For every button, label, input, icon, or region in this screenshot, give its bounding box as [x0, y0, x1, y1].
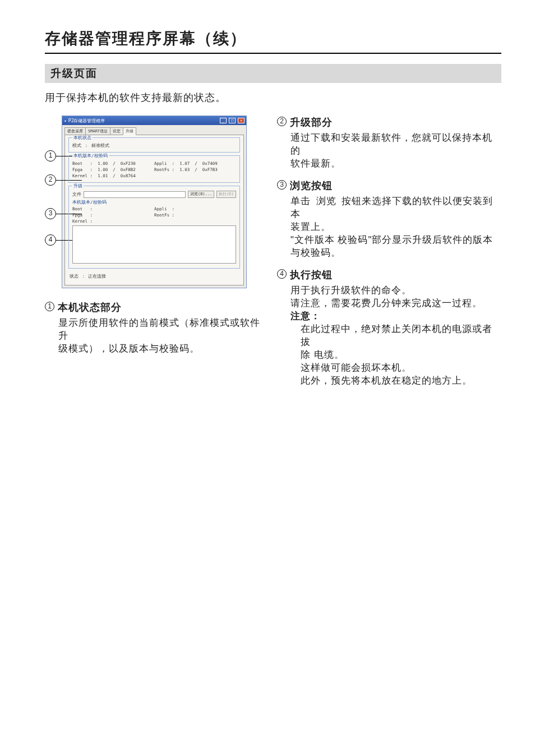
execute-button[interactable]: 执行(E) — [216, 191, 236, 198]
desc-line: 与校验码。 — [290, 247, 341, 257]
mode-value: 标准模式 — [91, 143, 109, 148]
note-label: 注意： — [290, 311, 321, 321]
status-line: 状态 ： 正在连接 — [68, 271, 240, 282]
callout-3: 3 — [45, 208, 56, 219]
section-heading: 升级页面 — [45, 64, 501, 83]
callout-1: 1 — [45, 150, 56, 162]
maximize-icon[interactable]: □ — [229, 118, 236, 123]
desc-1: 1 本机状态部分 显示所使用软件的当前模式（标准模式或软件升 级模式），以及版本… — [45, 301, 264, 355]
desc-2: 2 升级部分 通过下载和安装最新软件，您就可以保持本机的 软件最新。 — [277, 116, 501, 170]
note-line: 在此过程中，绝对禁止关闭本机的电源或者拔 — [290, 322, 501, 348]
filever-title: 本机版本/校验码 — [72, 200, 236, 205]
app-icon: ✦ — [64, 118, 67, 123]
group-title: 升级 — [72, 183, 84, 189]
group-title: 本机状态 — [72, 135, 93, 141]
minimize-icon[interactable]: _ — [220, 118, 227, 123]
desc-line: "文件版本 校验码"部分显示升级后软件的版本 — [290, 234, 493, 245]
desc-title: 浏览按钮 — [290, 179, 333, 192]
tab-panel: 本机状态 模式 ： 标准模式 本机版本/校验码 Boot : 1.00 / 0x… — [64, 135, 244, 285]
group-title: 本机版本/校验码 — [72, 153, 109, 159]
screenshot-with-callouts: 1 2 3 4 ✦ P2存储器管理程序 _ □ × 硬盘温度 — [45, 116, 264, 288]
desc-line: 用于执行升级软件的命令。 — [290, 285, 412, 295]
mode-label: 模式 ： — [72, 143, 89, 148]
note-line: 此外，预先将本机放在稳定的地方上。 — [290, 374, 501, 387]
desc-title: 本机状态部分 — [58, 301, 122, 314]
circled-number: 4 — [277, 269, 287, 279]
desc-4: 4 执行按钮 用于执行升级软件的命令。 请注意，需要花费几分钟来完成这一过程。 … — [277, 268, 501, 387]
group-upgrade: 升级 文件 浏览(B)... 执行(E) 本机版本/校验码 Boot : Fpg… — [68, 186, 240, 269]
filever-left: Boot : Fpga : Kernel : — [72, 206, 154, 224]
desc-title: 执行按钮 — [290, 268, 333, 282]
desc-line: 显示所使用软件的当前模式（标准模式或软件升 — [58, 317, 260, 340]
note-line: 这样做可能会损坏本机。 — [290, 361, 501, 374]
desc-line: 级模式），以及版本与校验码。 — [58, 343, 200, 353]
desc-line: 软件最新。 — [290, 158, 341, 168]
circled-number: 1 — [45, 302, 54, 311]
version-right: Appli : 1.07 / 0x7409 RootFs : 1.03 / 0x… — [154, 160, 236, 179]
status-value: 正在连接 — [88, 274, 106, 279]
desc-title: 升级部分 — [290, 116, 333, 129]
titlebar: ✦ P2存储器管理程序 _ □ × — [62, 116, 246, 125]
tab-settings[interactable]: 设定 — [110, 127, 123, 135]
desc-line: 单击 — [290, 196, 311, 206]
page-title: 存储器管理程序屏幕（续） — [45, 28, 501, 54]
desc-line: 通过下载和安装最新软件，您就可以保持本机的 — [290, 132, 492, 155]
desc-line: 装置上。 — [290, 222, 331, 232]
callout-2: 2 — [45, 174, 56, 186]
log-box — [72, 225, 236, 264]
callout-4: 4 — [45, 234, 56, 246]
browse-button[interactable]: 浏览(B)... — [188, 191, 214, 198]
window-title: P2存储器管理程序 — [68, 118, 105, 124]
tab-smart[interactable]: SMART信息 — [85, 127, 110, 135]
file-input[interactable] — [84, 191, 186, 198]
note-line: 除 电缆。 — [290, 348, 501, 361]
tab-strip: 硬盘温度 SMART信息 设定 升级 — [62, 125, 246, 135]
tab-upgrade[interactable]: 升级 — [123, 127, 136, 135]
desc-3: 3 浏览按钮 单击 浏览 按钮来选择下载的软件以便安装到本 装置上。 "文件版本… — [277, 179, 501, 259]
filever-right: Appli : RootFs : — [154, 206, 236, 224]
file-label: 文件 — [72, 191, 81, 197]
circled-number: 3 — [277, 180, 287, 190]
group-status: 本机状态 模式 ： 标准模式 — [68, 137, 240, 153]
desc-line: 请注意，需要花费几分钟来完成这一过程。 — [290, 298, 482, 308]
intro-text: 用于保持本机的软件支持最新的状态。 — [45, 91, 501, 104]
tab-hdd-temp[interactable]: 硬盘温度 — [64, 127, 86, 135]
circled-number: 2 — [277, 117, 287, 126]
version-left: Boot : 1.00 / 0xF230 Fpga : 1.00 / 0xF8B… — [72, 160, 154, 179]
browse-term: 浏览 — [314, 196, 339, 206]
status-label: 状态 ： — [70, 274, 86, 279]
group-version: 本机版本/校验码 Boot : 1.00 / 0xF230 Fpga : 1.0… — [68, 155, 240, 183]
app-window: ✦ P2存储器管理程序 _ □ × 硬盘温度 SMART信息 设定 升级 本机状… — [62, 116, 247, 288]
close-icon[interactable]: × — [238, 118, 245, 123]
